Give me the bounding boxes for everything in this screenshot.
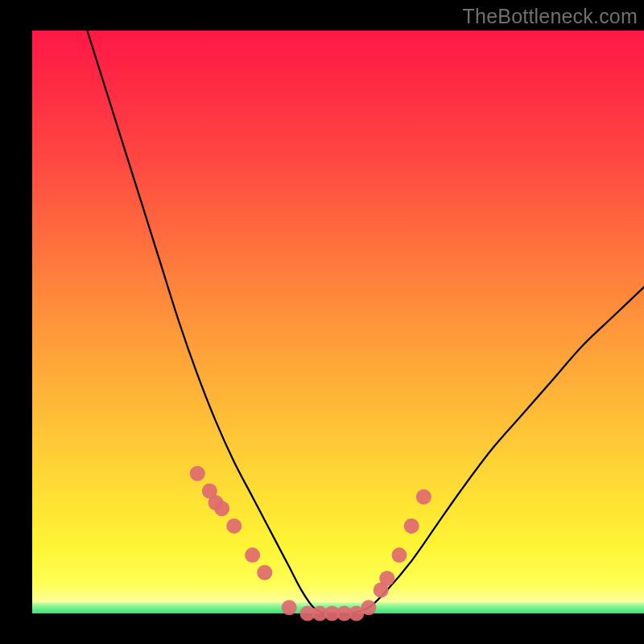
marker-point [190,466,205,481]
chart-svg [32,31,644,613]
marker-point [404,518,419,534]
marker-point [416,489,431,505]
bottleneck-curve-line [87,31,644,614]
marker-point [226,518,242,534]
marker-point [379,571,394,586]
marker-point [282,600,297,615]
watermark-text: TheBottleneck.com [463,5,638,28]
marker-point [245,547,260,563]
marker-point [392,547,407,563]
marker-point [361,600,377,615]
marker-point [214,501,229,516]
chart-frame: TheBottleneck.com [0,0,644,644]
highlighted-points [190,466,431,621]
marker-point [257,565,272,580]
